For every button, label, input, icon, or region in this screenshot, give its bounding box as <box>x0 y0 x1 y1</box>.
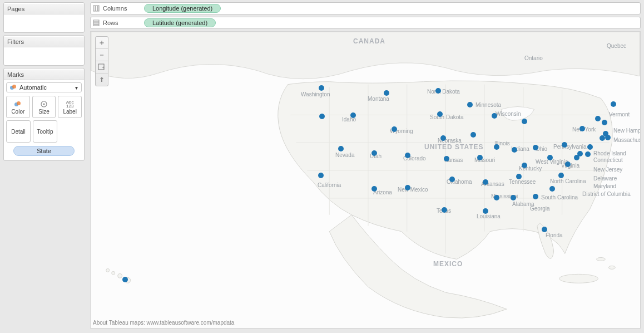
tooltip-button[interactable]: Tooltip <box>33 120 57 143</box>
color-button[interactable]: Color <box>6 96 30 118</box>
svg-point-1 <box>43 103 45 105</box>
svg-point-11 <box>608 266 615 269</box>
basemap <box>91 32 640 328</box>
zoom-out-button[interactable]: － <box>96 49 108 61</box>
svg-rect-5 <box>93 20 99 22</box>
map-toolbar: ＋ － + <box>95 36 108 86</box>
pages-shelf-body[interactable] <box>4 14 84 31</box>
filters-shelf-body[interactable] <box>4 47 84 64</box>
columns-shelf[interactable]: Columns Longitude (generated) <box>90 2 641 14</box>
zoom-in-button[interactable]: ＋ <box>96 37 108 49</box>
columns-label: Columns <box>103 5 127 12</box>
color-label: Color <box>11 109 24 115</box>
svg-point-15 <box>125 277 131 283</box>
svg-rect-2 <box>93 6 95 11</box>
svg-point-14 <box>118 273 122 278</box>
tooltip-label: Tooltip <box>37 129 53 135</box>
left-panel: Pages Filters Marks Automatic ▾ Color <box>0 0 88 333</box>
zoom-area-button[interactable]: + <box>96 61 108 74</box>
svg-rect-3 <box>96 6 97 11</box>
rows-field-pill[interactable]: Latitude (generated) <box>144 18 216 27</box>
svg-point-12 <box>106 268 110 272</box>
rows-icon <box>93 19 100 26</box>
pin-button[interactable] <box>96 74 108 86</box>
map-view[interactable]: ＋ － + UNITED STATESMEXICOCANADAOntarioQu… <box>90 31 641 329</box>
label-button[interactable]: Abc123 Label <box>58 96 82 118</box>
color-icon <box>14 100 21 109</box>
state-field-pill[interactable]: State <box>13 146 75 156</box>
rows-shelf[interactable]: Rows Latitude (generated) <box>90 17 641 29</box>
svg-rect-6 <box>93 22 99 24</box>
size-label: Size <box>38 109 49 115</box>
filters-shelf[interactable]: Filters <box>3 35 85 66</box>
svg-text:+: + <box>102 65 105 70</box>
mark-type-label: Automatic <box>19 84 47 91</box>
filters-shelf-title: Filters <box>4 37 84 47</box>
svg-rect-4 <box>98 6 99 11</box>
columns-icon <box>93 5 100 12</box>
marks-card-title: Marks <box>4 70 84 80</box>
detail-button[interactable]: Detail <box>6 120 31 143</box>
svg-point-9 <box>559 274 598 283</box>
map-attribution: About Tableau maps: www.tableausoftware.… <box>93 320 234 326</box>
size-icon <box>39 100 48 109</box>
detail-label: Detail <box>11 129 26 135</box>
pages-shelf-title: Pages <box>4 4 84 14</box>
label-label: Label <box>63 109 76 115</box>
svg-rect-7 <box>93 25 99 26</box>
mark-type-dropdown[interactable]: Automatic ▾ <box>6 82 82 92</box>
size-button[interactable]: Size <box>32 96 56 118</box>
automatic-mark-icon <box>10 84 17 91</box>
rows-label: Rows <box>103 19 118 26</box>
pages-shelf[interactable]: Pages <box>3 2 85 33</box>
svg-point-13 <box>112 271 115 275</box>
worksheet-area: Columns Longitude (generated) Rows Latit… <box>88 0 644 333</box>
columns-field-pill[interactable]: Longitude (generated) <box>144 4 221 13</box>
label-icon: Abc123 <box>66 100 74 109</box>
marks-card: Marks Automatic ▾ Color <box>3 68 85 161</box>
svg-point-10 <box>596 257 605 261</box>
chevron-down-icon: ▾ <box>75 85 78 91</box>
